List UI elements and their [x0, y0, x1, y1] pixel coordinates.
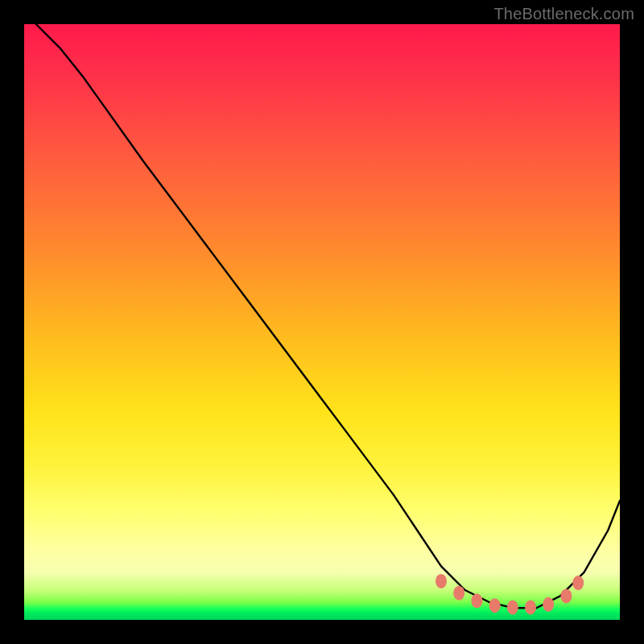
chart-frame: TheBottleneck.com: [0, 0, 644, 644]
highlight-dot: [572, 576, 584, 590]
highlight-dot: [436, 574, 447, 588]
highlight-dot: [453, 586, 464, 601]
highlight-dots: [436, 574, 584, 615]
highlight-dot: [525, 601, 536, 615]
chart-svg: [24, 24, 620, 620]
highlight-dot: [507, 601, 518, 615]
watermark-text: TheBottleneck.com: [493, 5, 634, 23]
highlight-dot: [560, 588, 572, 603]
highlight-dot: [543, 597, 554, 612]
highlight-dot: [471, 593, 482, 608]
highlight-dot: [489, 598, 501, 613]
bottleneck-curve: [36, 24, 620, 608]
